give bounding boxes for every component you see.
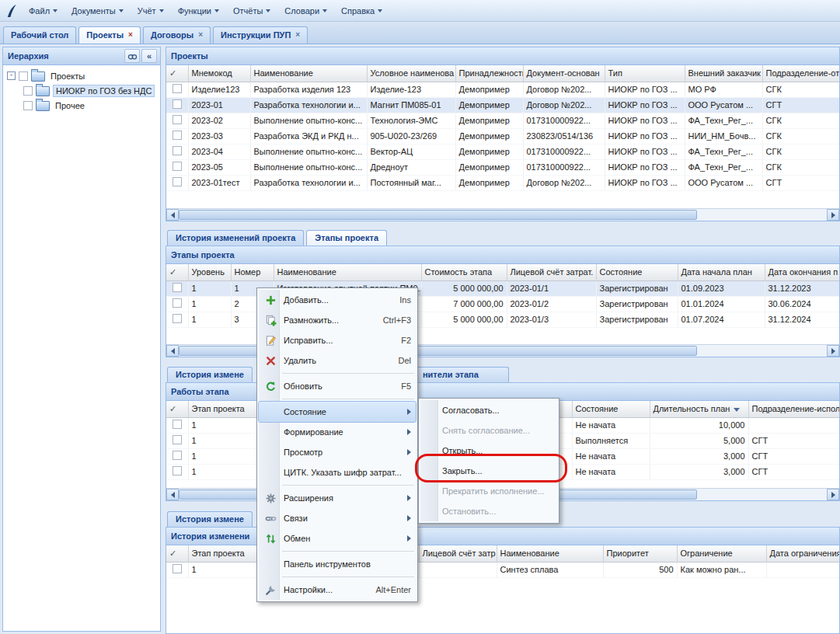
collapse-panel-button[interactable]: « [141,49,157,63]
context_menu-item-14[interactable]: Обмен [259,528,416,549]
column-header[interactable]: Лицевой счёт затр [419,545,497,562]
column-header[interactable]: Дата начала план [678,264,765,280]
row-checkbox[interactable] [173,314,182,323]
tree-checkbox[interactable] [19,71,28,81]
scroll-right-button[interactable] [827,209,839,221]
column-header[interactable]: Принадлежность [455,65,523,82]
column-header[interactable]: Внешний заказчик [685,65,762,82]
projects-row-0[interactable]: Изделие123Разработка изделия 123Изделие-… [166,82,839,97]
context_menu-item-16[interactable]: Панель инструментов [259,554,416,574]
state_submenu-item-0[interactable]: Согласовать... [420,400,557,420]
column-header[interactable]: Документ-основан [523,65,605,82]
column-header[interactable]: Длительность план [650,401,748,417]
main-tab-1[interactable]: Проекты× [78,26,141,44]
menubar-item-2[interactable]: Учёт [131,3,171,19]
column-header[interactable]: Лицевой счёт затрат. [507,264,596,280]
row-checkbox[interactable] [173,99,182,109]
row-checkbox[interactable] [173,466,182,476]
expander-icon[interactable]: - [7,71,16,80]
column-header[interactable]: Наименование [497,545,603,562]
row-checkbox[interactable] [173,451,182,460]
main-tab-3[interactable]: Инструкции ПУП× [213,26,308,44]
column-header[interactable]: Наименование [274,264,421,280]
select-column-header[interactable]: ✓ [166,401,188,417]
tab-project-history[interactable]: История изменений проекта [167,230,304,246]
projects-row-2[interactable]: 2023-02Выполнение опытно-конс...Технолог… [166,113,839,128]
projects-hscrollbar[interactable] [166,208,839,221]
column-header[interactable]: Ограничение [677,545,766,562]
state_submenu-item-2[interactable]: Открыть... [420,441,557,461]
row-checkbox[interactable] [173,564,182,573]
context_menu-item-7[interactable]: Состояние [259,402,416,422]
row-checkbox[interactable] [173,177,182,186]
select-column-header[interactable]: ✓ [166,545,188,562]
column-header[interactable]: Подразделение-исполн [748,401,839,417]
column-header[interactable]: Уровень [188,264,231,280]
row-checkbox[interactable] [173,435,182,444]
row-checkbox[interactable] [173,131,182,140]
column-header[interactable]: Стоимость этапа [421,264,507,280]
context_menu-item-2[interactable]: Исправить...F2 [259,330,416,350]
context_menu-item-10[interactable]: ЦИТК. Указать шифр затрат... [259,462,416,482]
row-checkbox[interactable] [173,283,182,292]
tree-node-0[interactable]: -Проекты [5,68,159,83]
menubar-item-1[interactable]: Документы [64,3,131,19]
row-checkbox[interactable] [173,162,182,171]
column-header[interactable]: Приоритет [603,545,677,562]
close-icon[interactable]: × [295,31,300,39]
scroll-right-button[interactable] [827,489,839,500]
context_menu-item-13[interactable]: Связи [259,508,416,528]
column-header[interactable]: Мнемокод [188,65,250,82]
tab-work-history[interactable]: История измене [167,511,253,527]
close-icon[interactable]: × [128,31,133,39]
projects-row-4[interactable]: 2023-04Выполнение опытно-конс...Вектор-А… [166,144,839,159]
row-checkbox[interactable] [173,420,182,429]
menubar-item-6[interactable]: Справка [334,3,389,19]
column-header[interactable]: Подразделение-от [762,65,839,82]
column-header[interactable]: Номер [231,264,274,280]
menubar-item-0[interactable]: Файл [22,3,64,19]
column-header[interactable]: Этап проекта [188,545,258,562]
context_menu-item-0[interactable]: Добавить...Ins [259,290,416,310]
find-icon[interactable] [124,49,140,63]
state_submenu-item-3[interactable]: Закрыть... [420,461,557,481]
tree-checkbox[interactable] [23,86,33,96]
context_menu-item-5[interactable]: ОбновитьF5 [259,376,416,396]
context_menu-item-9[interactable]: Просмотр [259,442,416,462]
scroll-thumb[interactable] [179,210,697,220]
tree-node-1[interactable]: НИОКР по ГОЗ без НДС [5,83,159,98]
menubar-item-3[interactable]: Функции [171,3,226,19]
column-header[interactable]: Дата окончания п [765,264,839,280]
column-header[interactable]: Наименование [250,65,367,82]
row-checkbox[interactable] [173,298,182,308]
row-checkbox[interactable] [173,84,182,93]
select-column-header[interactable]: ✓ [166,264,188,280]
tab-stage-executors[interactable]: нители этапа [414,367,509,382]
tab-stage-history[interactable]: История измене [167,367,253,382]
column-header[interactable]: Условное наименова [367,65,455,82]
scroll-left-button[interactable] [166,489,179,500]
menubar-item-4[interactable]: Отчёты [226,3,277,19]
column-header[interactable]: Дата ограничения [766,545,839,562]
select-column-header[interactable]: ✓ [166,65,188,82]
context_menu-item-18[interactable]: Настройки...Alt+Enter [259,580,416,600]
context_menu-item-1[interactable]: Размножить...Ctrl+F3 [259,310,416,330]
projects-row-1[interactable]: 2023-01Разработка технологии и...Магнит … [166,97,839,113]
column-header[interactable]: Состояние [572,401,650,417]
menubar-item-5[interactable]: Словари [277,3,334,19]
context_menu-item-12[interactable]: Расширения [259,488,416,508]
projects-row-3[interactable]: 2023-03Разработка ЭКД и РКД н...905-U020… [166,128,839,144]
row-checkbox[interactable] [173,146,182,155]
tree-checkbox[interactable] [23,101,33,110]
scroll-left-button[interactable] [166,345,179,357]
column-header[interactable]: Состояние [596,264,678,280]
tree-node-2[interactable]: Прочее [5,98,159,113]
close-icon[interactable]: × [198,31,203,39]
scroll-right-button[interactable] [827,345,839,357]
scroll-left-button[interactable] [166,209,179,221]
scroll-track[interactable] [179,209,827,221]
main-tab-2[interactable]: Договоры× [143,26,211,44]
context_menu-item-8[interactable]: Формирование [259,422,416,442]
projects-row-6[interactable]: 2023-01тестРазработка технологии и...Пос… [166,175,839,190]
projects-row-5[interactable]: 2023-05Выполнение опытно-конс...Дредноут… [166,159,839,175]
